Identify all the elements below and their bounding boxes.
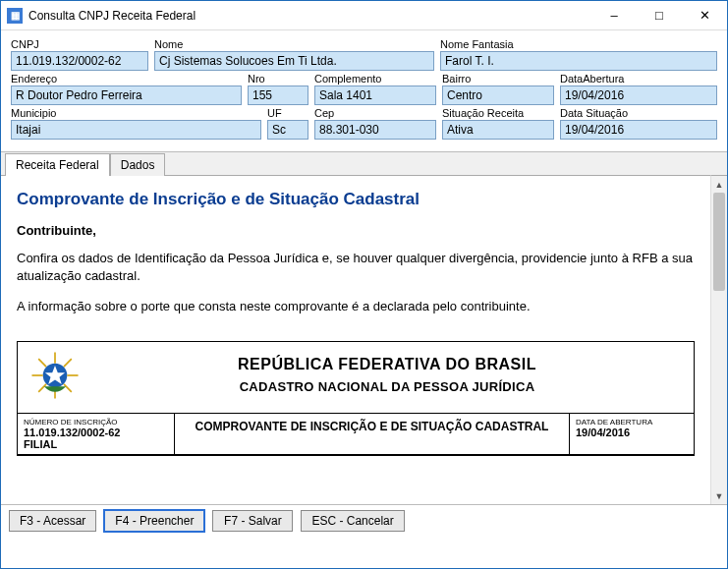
svg-line-5	[38, 359, 46, 367]
para-1: Confira os dados de Identificação da Pes…	[17, 250, 695, 284]
footer: F3 - Acessar F4 - Preencher F7 - Salvar …	[1, 504, 727, 537]
situacao-input[interactable]	[442, 120, 554, 140]
nro-input[interactable]	[248, 85, 308, 105]
content-pane: Comprovante de Inscrição e de Situação C…	[1, 175, 710, 504]
scroll-up-icon[interactable]: ▲	[711, 176, 727, 193]
endereco-input[interactable]	[11, 85, 242, 105]
complemento-input[interactable]	[314, 85, 436, 105]
uf-label: UF	[267, 107, 308, 119]
nome-label: Nome	[154, 38, 434, 50]
scroll-down-icon[interactable]: ▼	[711, 487, 727, 504]
window-title: Consulta CNPJ Receita Federal	[28, 9, 591, 23]
bairro-input[interactable]	[442, 85, 554, 105]
svg-line-7	[64, 359, 72, 367]
tab-receita-federal[interactable]: Receita Federal	[5, 153, 110, 176]
f3-acessar-button[interactable]: F3 - Acessar	[9, 510, 96, 532]
cep-input[interactable]	[314, 120, 436, 140]
uf-input[interactable]	[267, 120, 308, 140]
data-ab-label: DATA DE ABERTURA	[576, 418, 688, 427]
cep-label: Cep	[314, 107, 436, 119]
data-abertura-label: DataAbertura	[560, 73, 717, 85]
minimize-button[interactable]: –	[591, 1, 637, 29]
f4-preencher-button[interactable]: F4 - Preencher	[104, 510, 204, 532]
cnpj-label: CNPJ	[11, 38, 148, 50]
doc-header-1: REPÚBLICA FEDERATIVA DO BRASIL	[90, 356, 684, 373]
num-inscricao-value: 11.019.132/0002-62	[24, 427, 168, 438]
data-ab-value: 19/04/2016	[576, 427, 688, 438]
endereco-label: Endereço	[11, 73, 242, 85]
close-button[interactable]: ✕	[682, 1, 727, 29]
situacao-label: Situação Receita	[442, 107, 554, 119]
municipio-input[interactable]	[11, 120, 261, 140]
esc-cancelar-button[interactable]: ESC - Cancelar	[301, 510, 404, 532]
tabs-area: Receita Federal Dados Comprovante de Ins…	[1, 151, 727, 504]
nome-input[interactable]	[154, 51, 434, 71]
scroll-thumb[interactable]	[713, 193, 725, 291]
nome-fantasia-input[interactable]	[440, 51, 717, 71]
num-inscricao-label: NÚMERO DE INSCRIÇÃO	[24, 418, 168, 427]
doc-mid-title: COMPROVANTE DE INSCRIÇÃO E DE SITUAÇÃO C…	[175, 414, 570, 454]
svg-line-8	[38, 384, 46, 392]
maximize-button[interactable]: □	[637, 1, 682, 29]
form-area: CNPJ Nome Nome Fantasia Endereço Nro Com…	[1, 30, 727, 145]
doc-header-2: CADASTRO NACIONAL DA PESSOA JURÍDICA	[90, 379, 684, 394]
nome-fantasia-label: Nome Fantasia	[440, 38, 717, 50]
para-2: A informação sobre o porte que consta ne…	[17, 298, 695, 315]
doc-title: Comprovante de Inscrição e de Situação C…	[17, 190, 695, 209]
data-situacao-input[interactable]	[560, 120, 717, 140]
nro-label: Nro	[248, 73, 308, 85]
titlebar: ▦ Consulta CNPJ Receita Federal – □ ✕	[1, 1, 727, 30]
cnpj-input[interactable]	[11, 51, 148, 71]
brasao-icon	[28, 348, 83, 403]
scrollbar[interactable]: ▲ ▼	[710, 175, 727, 504]
app-icon: ▦	[7, 8, 23, 24]
bairro-label: Bairro	[442, 73, 554, 85]
num-inscricao-tipo: FILIAL	[24, 438, 168, 450]
data-situacao-label: Data Situação	[560, 107, 717, 119]
svg-line-6	[64, 384, 72, 392]
tab-dados[interactable]: Dados	[110, 153, 166, 176]
data-abertura-input[interactable]	[560, 85, 717, 105]
complemento-label: Complemento	[314, 73, 436, 85]
document-box: REPÚBLICA FEDERATIVA DO BRASIL CADASTRO …	[17, 341, 695, 456]
salutation: Contribuinte,	[17, 223, 695, 238]
f7-salvar-button[interactable]: F7 - Salvar	[212, 510, 293, 532]
municipio-label: Municipio	[11, 107, 261, 119]
